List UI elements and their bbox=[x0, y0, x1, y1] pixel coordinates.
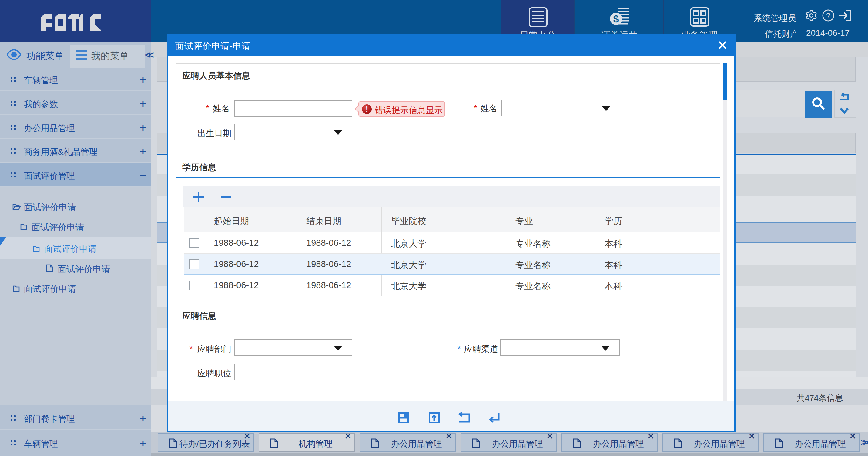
svg-text:$: $ bbox=[613, 13, 619, 25]
svg-text:?: ? bbox=[826, 11, 830, 20]
